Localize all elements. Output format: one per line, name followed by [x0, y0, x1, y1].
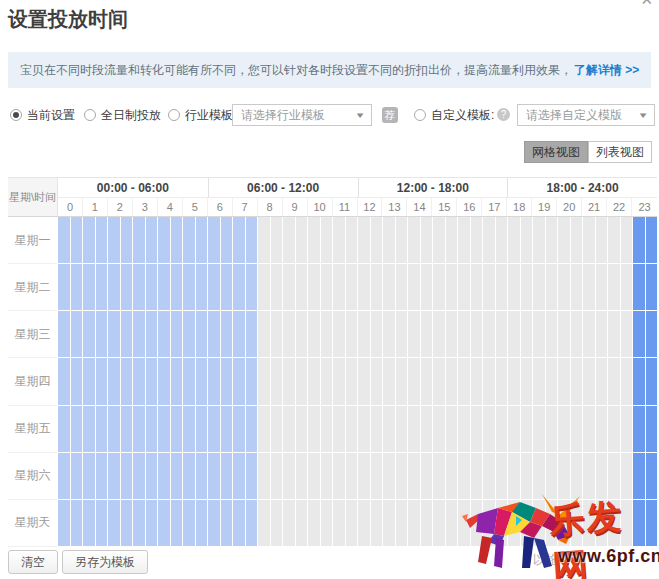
schedule-cell[interactable] — [621, 311, 633, 357]
schedule-cell[interactable] — [196, 453, 208, 499]
hour-label[interactable]: 20 — [557, 198, 582, 216]
schedule-cell[interactable] — [71, 453, 83, 499]
schedule-cell[interactable] — [58, 406, 70, 452]
hour-label[interactable]: 8 — [258, 198, 283, 216]
schedule-cell[interactable] — [121, 500, 133, 546]
schedule-cell[interactable] — [546, 311, 558, 357]
schedule-cell[interactable] — [271, 264, 283, 310]
schedule-cell[interactable] — [196, 217, 208, 263]
schedule-cell[interactable] — [496, 217, 508, 263]
schedule-cell[interactable] — [208, 311, 220, 357]
schedule-cell[interactable] — [321, 217, 333, 263]
schedule-cell[interactable] — [421, 500, 433, 546]
schedule-cell[interactable] — [521, 406, 533, 452]
schedule-cell[interactable] — [208, 500, 220, 546]
schedule-cell[interactable] — [458, 406, 470, 452]
schedule-cell[interactable] — [171, 264, 183, 310]
schedule-cell[interactable] — [296, 264, 308, 310]
schedule-cell[interactable] — [308, 406, 320, 452]
schedule-cell[interactable] — [458, 358, 470, 404]
schedule-cell[interactable] — [108, 500, 120, 546]
schedule-cell[interactable] — [83, 453, 95, 499]
schedule-cell[interactable] — [208, 217, 220, 263]
schedule-cell[interactable] — [271, 406, 283, 452]
schedule-cell[interactable] — [571, 264, 583, 310]
schedule-cell[interactable] — [383, 358, 395, 404]
schedule-cell[interactable] — [133, 311, 145, 357]
schedule-cell[interactable] — [196, 264, 208, 310]
schedule-cell[interactable] — [496, 358, 508, 404]
schedule-cell[interactable] — [596, 358, 608, 404]
day-label[interactable]: 星期二 — [8, 264, 57, 311]
schedule-cell[interactable] — [221, 500, 233, 546]
schedule-cell[interactable] — [258, 406, 270, 452]
schedule-cell[interactable] — [646, 311, 658, 357]
schedule-cell[interactable] — [371, 358, 383, 404]
schedule-cell[interactable] — [358, 406, 370, 452]
schedule-cell[interactable] — [321, 500, 333, 546]
schedule-cell[interactable] — [346, 453, 358, 499]
hour-label[interactable]: 19 — [532, 198, 557, 216]
schedule-cell[interactable] — [58, 358, 70, 404]
schedule-cell[interactable] — [646, 264, 658, 310]
schedule-cell[interactable] — [446, 264, 458, 310]
schedule-cell[interactable] — [71, 500, 83, 546]
schedule-cell[interactable] — [183, 500, 195, 546]
schedule-cell[interactable] — [221, 217, 233, 263]
hour-label[interactable]: 10 — [308, 198, 333, 216]
schedule-cell[interactable] — [371, 500, 383, 546]
hour-label[interactable]: 23 — [632, 198, 657, 216]
hour-label[interactable]: 14 — [407, 198, 432, 216]
grid-view-button[interactable]: 网格视图 — [524, 141, 588, 163]
schedule-cell[interactable] — [133, 264, 145, 310]
schedule-cell[interactable] — [233, 264, 245, 310]
schedule-cell[interactable] — [258, 358, 270, 404]
schedule-cell[interactable] — [308, 500, 320, 546]
hour-label[interactable]: 12 — [358, 198, 383, 216]
schedule-cell[interactable] — [471, 358, 483, 404]
schedule-cell[interactable] — [108, 358, 120, 404]
schedule-cell[interactable] — [271, 500, 283, 546]
schedule-cell[interactable] — [371, 217, 383, 263]
schedule-cell[interactable] — [646, 358, 658, 404]
schedule-cell[interactable] — [83, 406, 95, 452]
industry-template-dropdown[interactable]: 请选择行业模板 ▼ — [232, 104, 372, 126]
schedule-cell[interactable] — [158, 500, 170, 546]
schedule-cell[interactable] — [146, 500, 158, 546]
schedule-cell[interactable] — [333, 217, 345, 263]
schedule-cell[interactable] — [83, 311, 95, 357]
day-label[interactable]: 星期四 — [8, 358, 57, 405]
schedule-cell[interactable] — [596, 406, 608, 452]
schedule-cell[interactable] — [233, 217, 245, 263]
schedule-cell[interactable] — [633, 406, 645, 452]
schedule-cell[interactable] — [383, 453, 395, 499]
schedule-cell[interactable] — [633, 358, 645, 404]
schedule-cell[interactable] — [271, 311, 283, 357]
schedule-cell[interactable] — [446, 453, 458, 499]
schedule-cell[interactable] — [233, 500, 245, 546]
schedule-cell[interactable] — [208, 453, 220, 499]
schedule-cell[interactable] — [133, 453, 145, 499]
schedule-cell[interactable] — [646, 217, 658, 263]
schedule-cell[interactable] — [83, 264, 95, 310]
schedule-cell[interactable] — [246, 264, 258, 310]
learn-more-link[interactable]: 了解详情 >> — [574, 62, 639, 79]
schedule-cell[interactable] — [246, 217, 258, 263]
schedule-cell[interactable] — [196, 311, 208, 357]
schedule-cell[interactable] — [258, 500, 270, 546]
schedule-cell[interactable] — [121, 453, 133, 499]
schedule-cell[interactable] — [308, 217, 320, 263]
schedule-cell[interactable] — [233, 358, 245, 404]
schedule-cell[interactable] — [346, 358, 358, 404]
schedule-cell[interactable] — [396, 500, 408, 546]
schedule-cell[interactable] — [308, 264, 320, 310]
schedule-cell[interactable] — [633, 217, 645, 263]
schedule-cell[interactable] — [608, 311, 620, 357]
schedule-cell[interactable] — [533, 406, 545, 452]
schedule-cell[interactable] — [96, 453, 108, 499]
schedule-cell[interactable] — [533, 311, 545, 357]
schedule-cell[interactable] — [58, 500, 70, 546]
schedule-cell[interactable] — [158, 311, 170, 357]
radio-fulltime-delivery[interactable]: 全日制投放 — [84, 104, 161, 126]
schedule-cell[interactable] — [433, 500, 445, 546]
